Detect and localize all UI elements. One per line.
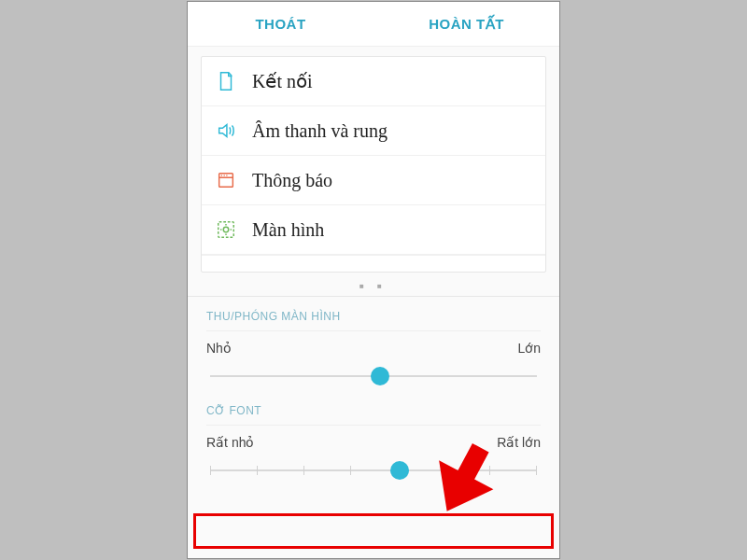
slider-tick [210,466,211,475]
zoom-range-labels: Nhỏ Lớn [206,341,541,356]
font-section-title: CỠ FONT [206,404,541,426]
svg-point-6 [223,227,229,232]
slider-thumb[interactable] [390,461,409,480]
exit-button[interactable]: THOÁT [188,16,374,32]
screenshot-frame: THOÁT HOÀN TẤT Kết nối Âm thanh và rung [187,1,560,559]
svg-point-4 [226,175,227,175]
annotation-highlight [193,513,554,549]
list-item[interactable]: Thông báo [202,156,545,205]
svg-point-3 [223,175,224,175]
zoom-slider[interactable] [210,365,537,387]
phone-screen: THOÁT HOÀN TẤT Kết nối Âm thanh và rung [188,2,559,558]
slider-tick [443,466,444,475]
list-item-cutoff [202,255,545,272]
font-slider[interactable] [210,459,537,482]
page-icon [215,70,237,92]
zoom-max-label: Lớn [517,341,541,356]
list-item[interactable]: Màn hình [202,205,545,255]
slider-tick [303,466,304,475]
slider-ticks [210,466,537,475]
slider-tick [350,466,351,475]
slider-tick [489,466,490,475]
slider-tick [536,466,537,475]
zoom-min-label: Nhỏ [206,341,232,356]
done-button[interactable]: HOÀN TẤT [374,16,559,33]
list-item-label: Âm thanh và rung [252,120,388,142]
preview-card: Kết nối Âm thanh và rung Thông báo Màn h… [201,56,546,273]
font-min-label: Rất nhỏ [206,435,254,450]
list-item-label: Màn hình [252,219,324,241]
speaker-icon [215,119,237,142]
list-item[interactable]: Kết nối [202,57,545,106]
list-item-label: Kết nối [252,70,313,92]
font-section: CỠ FONT Rất nhỏ Rất lớn [188,400,559,495]
display-icon [215,218,237,241]
page-indicator: ■ ■ [188,273,559,296]
top-bar: THOÁT HOÀN TẤT [188,2,559,47]
zoom-section-title: THU/PHÓNG MÀN HÌNH [206,310,541,331]
svg-point-2 [221,175,222,175]
zoom-section: THU/PHÓNG MÀN HÌNH Nhỏ Lớn [188,297,559,400]
list-item[interactable]: Âm thanh và rung [202,106,545,156]
slider-tick [257,466,258,475]
notify-icon [215,169,237,191]
slider-thumb[interactable] [371,367,389,385]
font-max-label: Rất lớn [497,435,541,450]
list-item-label: Thông báo [252,170,332,191]
font-range-labels: Rất nhỏ Rất lớn [206,435,541,450]
